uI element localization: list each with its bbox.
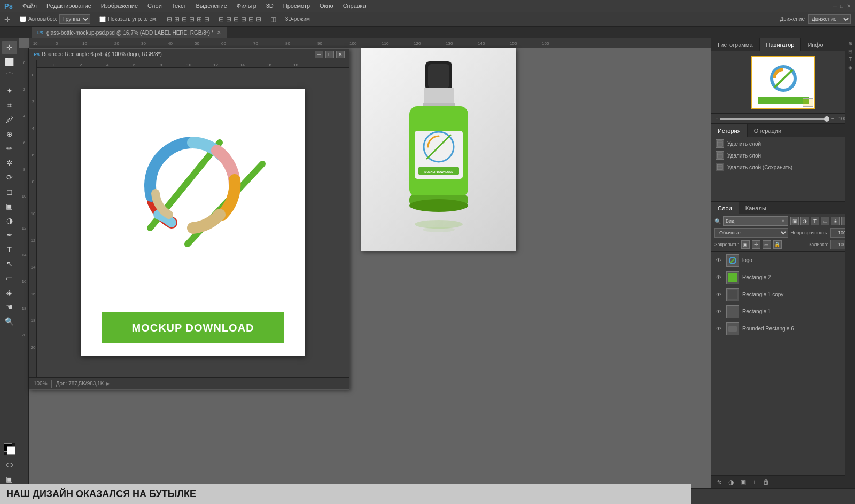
new-fill-btn[interactable]: ◑ [726, 477, 736, 487]
pen-tool[interactable]: ✒ [2, 228, 17, 242]
zoom-thumb[interactable] [824, 116, 829, 122]
tab-history[interactable]: История [711, 124, 748, 137]
autofill-checkbox[interactable] [20, 16, 26, 22]
new-group-btn[interactable]: ▣ [738, 477, 748, 487]
history-item-0[interactable]: Удалить слой [711, 138, 855, 149]
layer-logo-eye[interactable]: 👁 [714, 256, 723, 265]
blend-mode-select[interactable]: Обычные [714, 228, 788, 238]
menu-layers[interactable]: Слои [143, 2, 166, 10]
filter-pixel-icon[interactable]: ▣ [790, 217, 799, 225]
filter-smart-icon[interactable]: ◈ [831, 217, 840, 225]
align-center-v-icon[interactable]: ⊞ [197, 15, 202, 23]
align-bottom-icon[interactable]: ⊟ [204, 15, 209, 23]
eraser-tool[interactable]: ◻ [2, 185, 17, 199]
text-tool[interactable]: T [2, 242, 17, 256]
menu-text[interactable]: Текст [167, 2, 191, 10]
quick-mask-tool[interactable]: ⬭ [2, 458, 17, 471]
arrange-icon[interactable]: ◫ [270, 15, 276, 23]
lock-artboard-btn[interactable]: ▭ [763, 240, 771, 249]
menu-image[interactable]: Изображение [97, 2, 142, 10]
lasso-tool[interactable]: ⌒ [2, 69, 17, 83]
menu-select[interactable]: Выделение [192, 2, 231, 10]
3d-tool[interactable]: ◈ [2, 286, 17, 300]
autofill-select[interactable]: Группа [59, 14, 90, 24]
lock-position-btn[interactable]: ✛ [752, 240, 760, 249]
layer-logo[interactable]: 👁 logo [711, 252, 855, 269]
history-item-2[interactable]: Удалить слой (Сохранить) [711, 161, 855, 173]
tab-layers[interactable]: Слои [711, 202, 739, 215]
filter-shape-icon[interactable]: ▭ [821, 217, 829, 225]
distribute-right-icon[interactable]: ⊟ [234, 15, 239, 23]
menu-view[interactable]: Просмотр [279, 2, 314, 10]
tab-navigator[interactable]: Навигатор [760, 38, 802, 51]
panel-icon-4[interactable]: ◈ [848, 65, 852, 70]
tab-main-close[interactable]: ✕ [217, 30, 221, 35]
layer-rect1copy-eye[interactable]: 👁 [714, 290, 723, 299]
align-top-icon[interactable]: ⊟ [189, 15, 195, 23]
filter-text-icon[interactable]: T [811, 217, 819, 225]
tab-main[interactable]: Ps glass-bottle-mockup-psd.psd @ 16,7% (… [32, 27, 227, 38]
foreground-color[interactable] [4, 443, 15, 455]
menu-3d[interactable]: 3D [262, 2, 278, 10]
zoom-tool[interactable]: 🔍 [2, 314, 17, 328]
distribute-bottom-icon[interactable]: ⊟ [256, 15, 261, 23]
tab-info[interactable]: Инфо [801, 38, 830, 51]
panel-icon-1[interactable]: ⊕ [848, 41, 852, 46]
align-left-icon[interactable]: ⊟ [167, 15, 172, 23]
show-transform-checkbox[interactable] [99, 16, 106, 22]
doc-arrow-icon[interactable]: ▶ [106, 381, 110, 387]
path-select-tool[interactable]: ↖ [2, 257, 17, 271]
menu-file[interactable]: Файл [18, 2, 41, 10]
doc-minimize-btn[interactable]: ─ [315, 51, 323, 58]
crop-tool[interactable]: ⌗ [2, 98, 17, 112]
brush-tool[interactable]: ✏ [2, 141, 17, 155]
layer-rect1copy[interactable]: 👁 Rectangle 1 copy [711, 286, 855, 303]
tab-histogram[interactable]: Гистограмма [711, 38, 760, 51]
tab-operations[interactable]: Операции [748, 124, 788, 137]
select-tool[interactable]: ⬜ [2, 55, 17, 69]
spot-heal-tool[interactable]: ⊕ [2, 127, 17, 141]
panel-icon-2[interactable]: ⊟ [848, 49, 852, 54]
align-center-h-icon[interactable]: ⊞ [174, 15, 180, 23]
move-icon[interactable]: ✛ [4, 15, 11, 23]
distribute-top-icon[interactable]: ⊟ [241, 15, 246, 23]
layer-rectangle1[interactable]: 👁 Rectangle 1 [711, 303, 855, 320]
layer-rounded-rect6[interactable]: 👁 Rounded Rectangle 6 [711, 320, 855, 337]
clone-tool[interactable]: ✲ [2, 156, 17, 170]
lock-pixel-btn[interactable]: ▣ [741, 240, 750, 249]
new-layer-btn[interactable]: + [750, 477, 759, 487]
panel-icon-3[interactable]: T [849, 57, 852, 62]
hand-tool[interactable]: ☚ [2, 300, 17, 314]
movement-select[interactable]: Движение [808, 14, 851, 24]
wand-tool[interactable]: ✦ [2, 84, 17, 98]
layer-rrect6-eye[interactable]: 👁 [714, 325, 723, 333]
history-item-1[interactable]: Удалить слой [711, 149, 855, 161]
layer-type-select[interactable]: Вид ▼ [723, 216, 788, 226]
layer-rect1-eye[interactable]: 👁 [714, 308, 723, 316]
zoom-plus-icon[interactable]: + [831, 116, 834, 121]
nav-thumbnail[interactable] [751, 56, 815, 109]
distribute-center-v-icon[interactable]: ⊟ [248, 15, 254, 23]
history-brush-tool[interactable]: ⟳ [2, 170, 17, 184]
filter-adjust-icon[interactable]: ◑ [800, 217, 809, 225]
layer-rectangle2[interactable]: 👁 Rectangle 2 [711, 269, 855, 286]
shape-tool[interactable]: ▭ [2, 271, 17, 285]
zoom-slider[interactable] [720, 118, 829, 120]
menu-edit[interactable]: Редактирование [42, 2, 96, 10]
zoom-minus-icon[interactable]: − [716, 116, 718, 121]
delete-layer-btn[interactable]: 🗑 [761, 477, 771, 487]
distribute-center-h-icon[interactable]: ⊟ [226, 15, 231, 23]
eyedropper-tool[interactable]: 🖉 [2, 113, 17, 127]
distribute-left-icon[interactable]: ⊟ [219, 15, 224, 23]
dodge-tool[interactable]: ◑ [2, 214, 17, 227]
layer-rect2-eye[interactable]: 👁 [714, 273, 723, 282]
fx-icon[interactable]: fx [714, 477, 724, 487]
doc-close-btn[interactable]: ✕ [336, 51, 345, 58]
lock-all-btn[interactable]: 🔒 [773, 240, 782, 249]
doc-maximize-btn[interactable]: □ [325, 51, 334, 58]
align-right-icon[interactable]: ⊟ [182, 15, 187, 23]
menu-filter[interactable]: Фильтр [232, 2, 261, 10]
download-button[interactable]: MOCKUP DOWNLOAD [102, 312, 284, 343]
menu-help[interactable]: Справка [339, 2, 370, 10]
move-tool[interactable]: ✛ [2, 41, 17, 54]
